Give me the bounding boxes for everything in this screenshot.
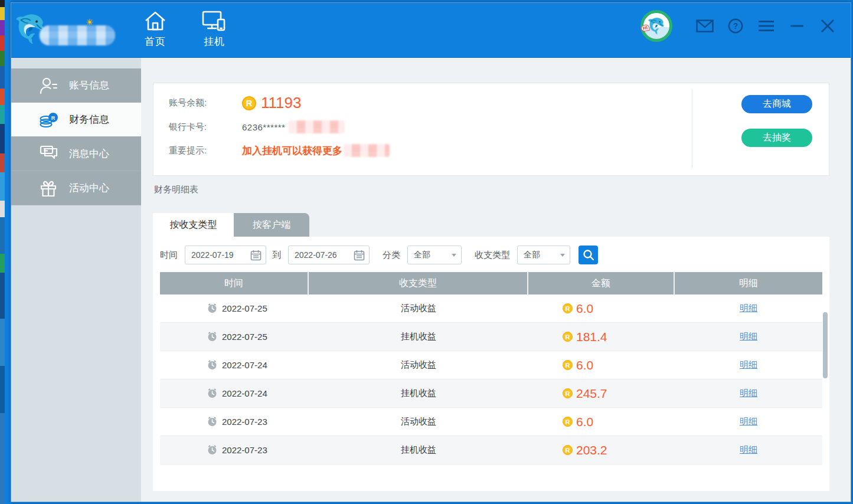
window-body: 账号信息 R 财务信息 [11, 58, 851, 502]
nav-hangup[interactable]: 挂机 [193, 10, 236, 48]
row-date: 2022-07-23 [222, 445, 267, 455]
row-detail-cell: 明细 [675, 323, 822, 351]
message-icon [38, 144, 58, 164]
sidebar-item-label: 活动中心 [69, 181, 109, 195]
r-coin-icon: R [563, 303, 573, 313]
account-rows: 账号余额: R 11193 银行卡号: 6236****** [169, 94, 390, 159]
date-from-value: 2022-07-19 [191, 250, 234, 260]
header-type: 收支类型 [309, 272, 528, 294]
row-detail-cell: 明细 [675, 351, 822, 379]
menu-icon[interactable] [757, 18, 775, 34]
scrollbar-thumb[interactable] [823, 312, 828, 378]
sidebar-item-activity-center[interactable]: 活动中心 [11, 171, 141, 205]
table-scrollbar [823, 312, 828, 489]
mail-icon[interactable] [696, 18, 714, 34]
app-window: 🐬 ☀ 首页 [11, 2, 851, 502]
bank-label: 银行卡号: [169, 122, 225, 133]
row-income-type: 挂机收益 [309, 379, 528, 407]
detail-link[interactable]: 明细 [740, 444, 757, 456]
tab-by-income-type[interactable]: 按收支类型 [153, 213, 234, 237]
sidebar-item-account-info[interactable]: 账号信息 [11, 68, 141, 103]
row-detail-cell: 明细 [675, 436, 822, 464]
search-button[interactable] [579, 246, 598, 264]
date-to-input[interactable]: 2022-07-26 [288, 246, 370, 264]
detail-link[interactable]: 明细 [740, 388, 757, 399]
r-coin-icon: R [563, 388, 573, 398]
date-to-value: 2022-07-26 [295, 250, 337, 260]
detail-link[interactable]: 明细 [740, 416, 757, 427]
titlebar-right: 🐬 HI ? [640, 3, 836, 58]
finance-detail-title: 财务明细表 [154, 184, 198, 195]
filter-bar: 时间 2022-07-19 到 [153, 237, 829, 264]
income-type-select[interactable]: 全部 [517, 246, 570, 264]
monitor-phone-icon [201, 10, 227, 31]
to-label: 到 [272, 250, 281, 261]
help-icon[interactable]: ? [727, 18, 744, 34]
row-amount-cell: R 203.2 [528, 436, 675, 464]
calendar-icon[interactable] [250, 250, 262, 261]
detail-link[interactable]: 明细 [740, 359, 757, 371]
search-icon [583, 249, 594, 261]
top-navigation: 首页 挂机 [134, 10, 236, 48]
row-date: 2022-07-24 [222, 388, 267, 398]
tab-by-client[interactable]: 按客户端 [234, 213, 309, 237]
finance-tabs: 按收支类型 按客户端 [153, 213, 309, 237]
detail-link[interactable]: 明细 [740, 303, 757, 314]
sidebar-item-finance-info[interactable]: R 财务信息 [11, 103, 141, 137]
coins-icon: R [38, 110, 58, 130]
nav-home[interactable]: 首页 [134, 10, 177, 48]
row-date: 2022-07-25 [222, 332, 267, 342]
row-amount: 181.4 [576, 330, 607, 344]
user-icon [38, 76, 58, 96]
sun-icon: ☀ [86, 17, 93, 28]
table-row: 2022-07-23 挂机收益 R 203.2 明细 [160, 436, 822, 464]
row-income-type: 活动收益 [309, 351, 528, 379]
table-header: 时间 收支类型 金额 明细 [160, 272, 822, 294]
row-date: 2022-07-24 [222, 360, 267, 370]
clock-icon [207, 303, 217, 313]
category-filter-label: 分类 [383, 250, 400, 261]
calendar-icon[interactable] [354, 250, 365, 261]
r-coin-icon: R [563, 417, 573, 427]
date-from-input[interactable]: 2022-07-19 [185, 246, 266, 264]
minimize-icon[interactable] [788, 18, 806, 34]
sidebar-item-label: 消息中心 [69, 147, 109, 161]
redacted-notice-text [344, 144, 390, 157]
app-logo: 🐬 ☀ [14, 9, 126, 53]
row-amount-cell: R 181.4 [528, 323, 675, 351]
row-amount: 6.0 [576, 415, 593, 429]
svg-text:R: R [51, 115, 55, 121]
r-coin-icon: R [563, 445, 573, 455]
r-coin-icon: R [563, 360, 573, 370]
category-select[interactable]: 全部 [407, 246, 462, 264]
bank-card-number: 6236****** [242, 122, 285, 132]
avatar-dolphin-icon: 🐬 [647, 17, 666, 35]
table-row: 2022-07-24 活动收益 R 6.0 明细 [160, 351, 822, 379]
row-date-cell: 2022-07-25 [160, 294, 309, 322]
notice-text: 加入挂机可以获得更多 [242, 144, 342, 158]
row-detail-cell: 明细 [675, 408, 822, 436]
balance-value: 11193 [261, 94, 301, 112]
detail-link[interactable]: 明细 [740, 331, 757, 342]
income-type-value: 全部 [524, 250, 540, 260]
notice-label: 重要提示: [169, 145, 225, 156]
row-income-type: 活动收益 [309, 294, 528, 322]
r-coin-icon: R [563, 332, 573, 342]
finance-table: 时间 收支类型 金额 明细 2022-07-25 活动收益 [160, 272, 822, 464]
close-icon[interactable] [819, 18, 836, 34]
account-buttons: 去商城 去抽奖 [741, 95, 812, 147]
balance-row: 账号余额: R 11193 [169, 94, 390, 112]
row-amount-cell: R 6.0 [528, 408, 675, 436]
category-value: 全部 [414, 250, 430, 260]
chevron-down-icon [560, 254, 565, 257]
row-amount: 6.0 [576, 302, 593, 316]
sidebar-item-message-center[interactable]: 消息中心 [11, 137, 141, 171]
go-shop-button[interactable]: 去商城 [741, 95, 812, 113]
user-avatar[interactable]: 🐬 HI [640, 10, 672, 42]
go-lottery-button[interactable]: 去抽奖 [741, 129, 812, 147]
table-rows: 2022-07-25 活动收益 R 6.0 明细 2022-07-25 挂机收益 [160, 294, 822, 464]
gift-icon [38, 178, 58, 198]
chevron-down-icon [452, 254, 456, 257]
finance-panel: 时间 2022-07-19 到 [153, 237, 829, 491]
row-detail-cell: 明细 [675, 294, 822, 322]
